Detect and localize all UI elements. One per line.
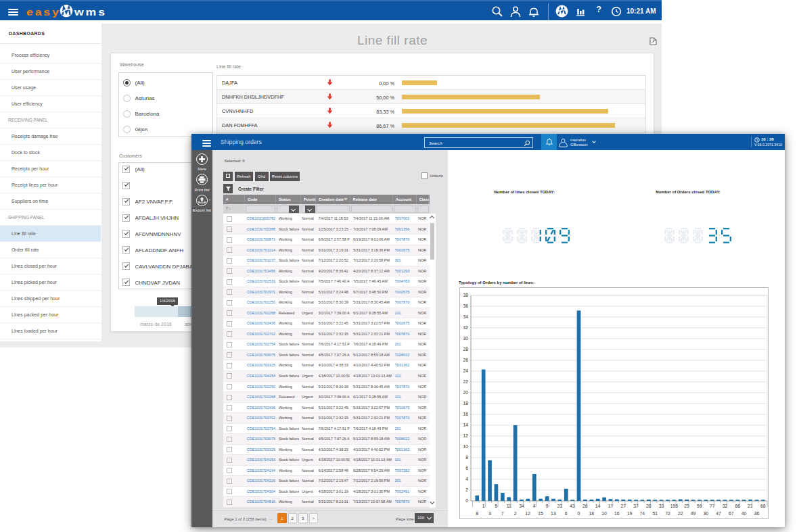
svg-text:18: 18 (463, 401, 468, 406)
svg-text:51: 51 (652, 511, 658, 516)
svg-text:24: 24 (463, 368, 468, 373)
svg-text:10: 10 (463, 444, 468, 449)
svg-text:7: 7 (501, 511, 504, 516)
svg-text:2: 2 (465, 487, 468, 492)
svg-text:49: 49 (691, 511, 696, 516)
svg-text:9: 9 (546, 504, 549, 508)
svg-text:38: 38 (463, 293, 468, 297)
svg-text:6: 6 (465, 466, 468, 470)
svg-text:36: 36 (463, 304, 468, 308)
svg-text:14: 14 (463, 422, 468, 427)
svg-text:28: 28 (463, 347, 468, 352)
svg-text:0: 0 (578, 511, 580, 516)
svg-text:4: 4 (533, 504, 536, 508)
svg-text:34: 34 (463, 314, 468, 319)
svg-text:3: 3 (488, 511, 491, 516)
svg-text:26: 26 (463, 358, 468, 362)
svg-text:16: 16 (614, 511, 620, 516)
svg-text:68: 68 (760, 504, 766, 508)
svg-text:8: 8 (465, 455, 468, 460)
svg-text:5: 5 (495, 504, 497, 508)
svg-text:18: 18 (589, 511, 594, 516)
svg-text:36: 36 (754, 511, 760, 516)
svg-text:22: 22 (463, 379, 468, 384)
svg-text:10: 10 (601, 511, 607, 516)
svg-text:12: 12 (463, 433, 468, 438)
svg-text:30: 30 (463, 336, 468, 341)
svg-text:72: 72 (665, 511, 670, 516)
svg-text:15: 15 (538, 511, 543, 516)
svg-text:2: 2 (514, 511, 517, 516)
svg-text:20: 20 (463, 390, 468, 395)
svg-text:19: 19 (627, 511, 633, 516)
svg-text:16: 16 (463, 412, 468, 416)
svg-text:4: 4 (465, 477, 468, 481)
svg-text:8: 8 (476, 511, 478, 516)
svg-text:12: 12 (526, 511, 531, 516)
svg-text:47: 47 (716, 511, 721, 516)
svg-text:13: 13 (551, 511, 556, 516)
svg-text:67: 67 (729, 511, 734, 516)
svg-text:22: 22 (678, 511, 683, 516)
svg-text:0: 0 (465, 498, 468, 503)
svg-text:195: 195 (670, 504, 679, 508)
svg-text:74: 74 (640, 511, 645, 516)
svg-text:40: 40 (741, 511, 747, 516)
svg-text:32: 32 (463, 325, 468, 330)
svg-text:1: 1 (482, 504, 485, 508)
svg-text:6: 6 (565, 511, 568, 516)
svg-text:30: 30 (704, 511, 709, 516)
